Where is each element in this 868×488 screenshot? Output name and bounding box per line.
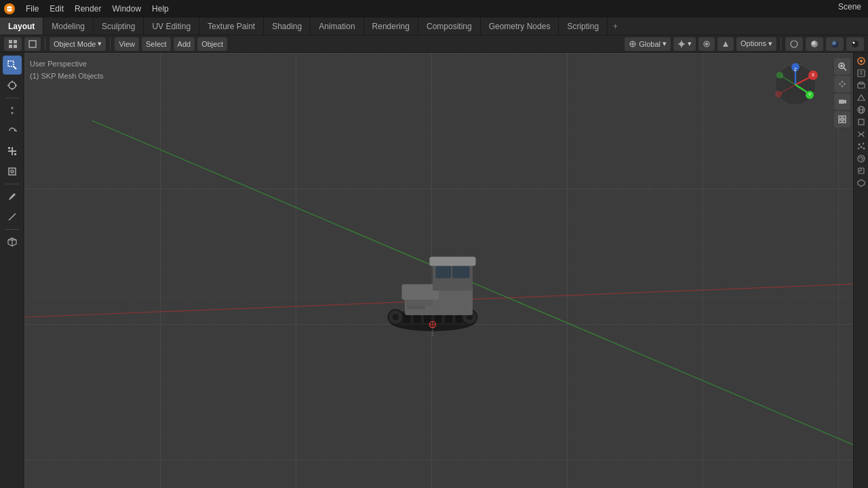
svg-point-117 xyxy=(857,148,859,149)
svg-point-49 xyxy=(389,311,475,331)
annotate-tool-btn[interactable] xyxy=(3,187,22,206)
svg-point-58 xyxy=(388,310,403,325)
prop-icon-world[interactable] xyxy=(856,104,867,115)
prop-icon-data[interactable] xyxy=(856,178,867,188)
scale-tool-btn[interactable] xyxy=(3,142,22,161)
svg-line-48 xyxy=(92,121,853,453)
view-menu[interactable]: View xyxy=(115,37,139,51)
menu-edit[interactable]: Edit xyxy=(44,0,69,18)
viewport[interactable]: User Perspective (1) SKP Mesh Objects xyxy=(24,53,853,488)
object-mode-dropdown[interactable]: Object Mode ▾ xyxy=(50,37,106,51)
camera-view-button[interactable] xyxy=(834,94,850,110)
tab-rendering[interactable]: Rendering xyxy=(364,18,418,35)
tab-uv-editing[interactable]: UV Editing xyxy=(144,18,199,35)
prop-icon-output[interactable] xyxy=(856,68,867,79)
svg-point-114 xyxy=(858,144,860,146)
object-menu[interactable]: Object xyxy=(197,37,227,51)
tab-texture-paint[interactable]: Texture Paint xyxy=(199,18,264,35)
prop-icon-particles[interactable] xyxy=(856,141,867,152)
tab-sculpting[interactable]: Sculpting xyxy=(94,18,144,35)
tab-modeling[interactable]: Modeling xyxy=(43,18,94,35)
proportional-edit-button[interactable] xyxy=(698,37,715,51)
tab-animation[interactable]: Animation xyxy=(311,18,363,35)
viewport-shading-render[interactable] xyxy=(846,37,864,51)
rotate-tool-btn[interactable] xyxy=(3,121,22,140)
viewport-shading-solid[interactable] xyxy=(806,37,823,51)
svg-text:Y: Y xyxy=(808,92,812,97)
main-area: User Perspective (1) SKP Mesh Objects xyxy=(0,53,868,488)
options-button[interactable]: Options ▾ xyxy=(736,37,776,51)
svg-point-26 xyxy=(9,82,16,89)
viewport-shading-wire[interactable] xyxy=(785,37,803,51)
add-workspace-button[interactable]: + xyxy=(608,18,623,35)
pivot-point-button[interactable] xyxy=(717,37,734,51)
svg-rect-5 xyxy=(9,45,12,48)
svg-rect-105 xyxy=(858,70,865,77)
tab-shading[interactable]: Shading xyxy=(264,18,311,35)
svg-rect-46 xyxy=(24,53,853,488)
svg-point-82 xyxy=(808,70,818,80)
svg-rect-36 xyxy=(9,168,16,175)
fullscreen-button[interactable] xyxy=(24,37,41,51)
svg-rect-65 xyxy=(410,292,413,293)
prop-icon-physics[interactable] xyxy=(856,153,867,164)
svg-rect-97 xyxy=(839,100,844,104)
menu-file[interactable]: File xyxy=(20,0,44,18)
menu-help[interactable]: Help xyxy=(146,0,174,18)
select-menu[interactable]: Select xyxy=(142,37,171,51)
tab-compositing[interactable]: Compositing xyxy=(418,18,481,35)
tractor-model xyxy=(371,210,507,346)
svg-marker-96 xyxy=(839,83,846,85)
tab-layout[interactable]: Layout xyxy=(0,18,43,35)
viewport-info: User Perspective (1) SKP Mesh Objects xyxy=(30,58,104,82)
prop-icon-render[interactable] xyxy=(856,56,867,66)
tab-geometry-nodes[interactable]: Geometry Nodes xyxy=(481,18,559,35)
svg-marker-18 xyxy=(723,41,728,47)
prop-icon-object[interactable] xyxy=(856,117,867,127)
prop-icon-scene[interactable] xyxy=(856,92,867,103)
cursor-tool-btn[interactable] xyxy=(3,76,22,95)
viewport-objects-label: (1) SKP Mesh Objects xyxy=(30,70,104,83)
svg-point-118 xyxy=(863,148,865,150)
svg-rect-34 xyxy=(8,147,10,149)
editor-type-button[interactable] xyxy=(4,37,22,51)
prop-icon-view-layer[interactable] xyxy=(856,80,867,91)
svg-rect-4 xyxy=(14,40,17,43)
transform-orientation[interactable]: Global ▾ xyxy=(625,37,671,51)
zoom-in-button[interactable] xyxy=(834,58,850,75)
svg-rect-113 xyxy=(859,119,864,125)
svg-rect-100 xyxy=(843,116,846,119)
svg-rect-56 xyxy=(445,313,452,323)
measure-tool-btn[interactable] xyxy=(3,207,22,226)
svg-rect-70 xyxy=(435,266,451,278)
svg-point-11 xyxy=(679,42,684,46)
svg-line-25 xyxy=(14,66,16,69)
svg-point-116 xyxy=(860,146,862,148)
left-toolbar xyxy=(0,53,24,488)
svg-marker-31 xyxy=(11,106,14,115)
svg-marker-95 xyxy=(841,81,844,87)
transform-tool-btn[interactable] xyxy=(3,162,22,181)
move-tool-btn[interactable] xyxy=(3,101,22,120)
svg-point-21 xyxy=(831,41,838,47)
svg-point-104 xyxy=(860,60,863,62)
prop-icon-modifier[interactable] xyxy=(856,129,867,140)
add-cube-tool-btn[interactable] xyxy=(3,232,22,251)
select-box-tool-btn[interactable] xyxy=(3,56,22,75)
svg-rect-66 xyxy=(410,296,413,297)
view-all-button[interactable] xyxy=(834,111,850,127)
blender-logo[interactable] xyxy=(3,2,16,16)
viewport-shading-material[interactable] xyxy=(826,37,844,51)
pan-button[interactable] xyxy=(834,76,850,92)
workspace-tabs-right xyxy=(863,18,868,35)
add-menu[interactable]: Add xyxy=(174,37,195,51)
tool-sep1 xyxy=(5,98,19,98)
menu-window[interactable]: Window xyxy=(106,0,146,18)
svg-marker-123 xyxy=(858,180,865,186)
svg-line-92 xyxy=(844,68,846,70)
tab-scripting[interactable]: Scripting xyxy=(559,18,608,35)
svg-point-90 xyxy=(776,72,783,79)
snap-button[interactable]: ▾ xyxy=(673,37,696,51)
menu-render[interactable]: Render xyxy=(69,0,106,18)
prop-icon-constraints[interactable] xyxy=(856,165,867,176)
